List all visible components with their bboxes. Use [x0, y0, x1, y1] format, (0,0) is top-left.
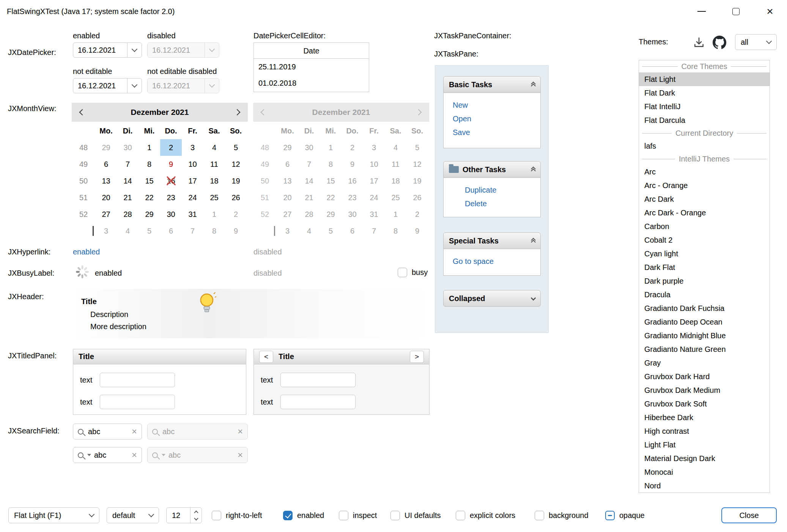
table-column-header[interactable]: Date — [254, 43, 369, 59]
text-input[interactable] — [100, 373, 175, 387]
next-month-icon[interactable] — [234, 109, 241, 116]
calendar-day[interactable]: 13 — [95, 173, 117, 189]
calendar-day[interactable]: 17 — [182, 173, 203, 189]
font-size-spinner[interactable]: 12 — [166, 507, 202, 523]
calendar-day[interactable]: 2 — [225, 206, 247, 223]
checkbox-inspect[interactable]: inspect — [339, 507, 377, 523]
datepicker-value[interactable]: 16.12.2021 — [73, 46, 127, 55]
calendar-day[interactable]: 1 — [203, 206, 225, 223]
calendar-day[interactable]: 7 — [182, 223, 203, 239]
text-input[interactable] — [100, 395, 175, 409]
taskpane-titlebar[interactable]: Basic Tasks — [443, 76, 541, 93]
calendar-day[interactable]: 16 — [160, 173, 182, 189]
calendar-day[interactable]: 14 — [117, 173, 139, 189]
table-row[interactable]: 25.11.2019 — [254, 59, 369, 75]
calendar-day[interactable]: 9 — [225, 223, 247, 239]
checkbox-box[interactable] — [535, 511, 544, 520]
calendar-day[interactable]: 15 — [139, 173, 160, 189]
collapse-chevron-icon[interactable] — [532, 82, 535, 88]
theme-list-item[interactable]: Flat Darcula — [639, 113, 770, 127]
datepicker-enabled[interactable]: 16.12.2021 — [73, 42, 142, 58]
theme-list-item[interactable]: Nord — [639, 479, 770, 493]
theme-list-item[interactable]: Hiberbee Dark — [639, 411, 770, 424]
theme-list-item[interactable]: Gradianto Midnight Blue — [639, 329, 770, 342]
checkbox-explicit-colors[interactable]: explicit colors — [456, 507, 515, 523]
spinner-value[interactable]: 12 — [167, 508, 190, 523]
taskpane-titlebar[interactable]: Collapsed — [443, 290, 541, 307]
checkbox-opaque[interactable]: opaque — [605, 507, 645, 523]
datepicker-not-editable[interactable]: 16.12.2021 — [73, 78, 142, 93]
datepicker-dropdown-button[interactable] — [127, 78, 142, 93]
taskpane-link-duplicate[interactable]: Duplicate — [444, 183, 540, 197]
calendar-day[interactable]: 4 — [117, 223, 139, 239]
calendar-day[interactable]: 30 — [160, 206, 182, 223]
close-button[interactable]: Close — [721, 507, 777, 523]
hyperlink-enabled[interactable]: enabled — [73, 246, 100, 258]
text-input[interactable] — [280, 373, 356, 387]
theme-list-item[interactable]: Flat Dark — [639, 86, 770, 100]
checkbox-busy[interactable]: busy — [398, 265, 428, 279]
theme-list-item[interactable]: Gruvbox Dark Soft — [639, 397, 770, 411]
titled-panel-right-button[interactable]: > — [410, 351, 424, 363]
taskpane-titlebar[interactable]: Special Tasks — [443, 232, 541, 249]
taskpane-link-open[interactable]: Open — [444, 112, 540, 126]
minimize-button[interactable] — [685, 0, 719, 23]
calendar-day[interactable]: 8 — [139, 156, 160, 173]
titled-panel-left-button[interactable]: < — [259, 351, 273, 363]
collapse-chevron-icon[interactable] — [532, 166, 535, 173]
themes-filter-combobox[interactable]: all — [735, 34, 777, 50]
search-menu-arrow-icon[interactable] — [87, 454, 91, 456]
calendar-day[interactable]: 7 — [117, 156, 139, 173]
theme-list-item[interactable]: Material Design Dark — [639, 452, 770, 465]
calendar-day[interactable]: 9 — [160, 156, 182, 173]
calendar-day[interactable]: 4 — [203, 139, 225, 156]
calendar-day[interactable]: 18 — [203, 173, 225, 189]
spinner-up-button[interactable] — [190, 508, 201, 515]
checkbox-box[interactable] — [456, 511, 465, 520]
calendar-day[interactable]: 23 — [160, 189, 182, 206]
theme-list-item[interactable]: Monocai — [639, 465, 770, 479]
search-input[interactable] — [94, 451, 129, 460]
calendar-day[interactable]: 21 — [117, 189, 139, 206]
checkbox-right-to-left[interactable]: right-to-left — [212, 507, 262, 523]
calendar-day[interactable]: 25 — [203, 189, 225, 206]
theme-list-item[interactable]: Gradianto Nature Green — [639, 342, 770, 356]
theme-list-item[interactable]: Cyan light — [639, 247, 770, 261]
calendar-day[interactable]: 30 — [117, 139, 139, 156]
theme-list-item[interactable]: Carbon — [639, 220, 770, 233]
calendar-day[interactable]: 26 — [225, 189, 247, 206]
datepicker-dropdown-button[interactable] — [127, 43, 142, 57]
theme-list-item[interactable]: Gradianto Deep Ocean — [639, 315, 770, 329]
checkbox-enabled[interactable]: enabled — [283, 507, 324, 523]
checkbox-box[interactable] — [390, 511, 400, 520]
theme-list-item[interactable]: High contrast — [639, 424, 770, 438]
theme-list-item[interactable]: Light Flat — [639, 438, 770, 452]
calendar-day[interactable]: 3 — [95, 223, 117, 239]
checkbox-box[interactable] — [283, 511, 293, 520]
taskpane-link-save[interactable]: Save — [444, 126, 540, 139]
calendar-day[interactable]: 3 — [182, 139, 203, 156]
theme-list-item[interactable]: Arc Dark — [639, 192, 770, 206]
theme-list-item[interactable]: Flat IntelliJ — [639, 100, 770, 113]
theme-list-item[interactable]: Gradianto Dark Fuchsia — [639, 301, 770, 315]
calendar-day[interactable]: 31 — [182, 206, 203, 223]
taskpane-titlebar[interactable]: Other Tasks — [443, 161, 541, 178]
calendar-day[interactable]: 19 — [225, 173, 247, 189]
theme-list-item[interactable]: lafs — [639, 139, 770, 153]
checkbox-box[interactable] — [339, 511, 348, 520]
github-icon[interactable] — [713, 36, 726, 49]
calendar-day[interactable]: 12 — [225, 156, 247, 173]
clear-icon[interactable]: × — [132, 450, 137, 460]
datepicker-value[interactable]: 16.12.2021 — [73, 82, 127, 90]
calendar-day[interactable]: 22 — [139, 189, 160, 206]
download-icon[interactable] — [693, 36, 705, 49]
search-input[interactable] — [88, 427, 129, 436]
searchfield-with-menu-enabled[interactable]: × — [73, 447, 142, 463]
checkbox-box[interactable] — [398, 268, 407, 277]
laf-combobox[interactable]: Flat Light (F1) — [8, 507, 99, 523]
theme-list-item[interactable]: Gruvbox Dark Medium — [639, 383, 770, 397]
text-input[interactable] — [280, 395, 356, 409]
spinner-down-button[interactable] — [190, 515, 201, 523]
font-combobox[interactable]: default — [107, 507, 159, 523]
calendar-day[interactable]: 20 — [95, 189, 117, 206]
